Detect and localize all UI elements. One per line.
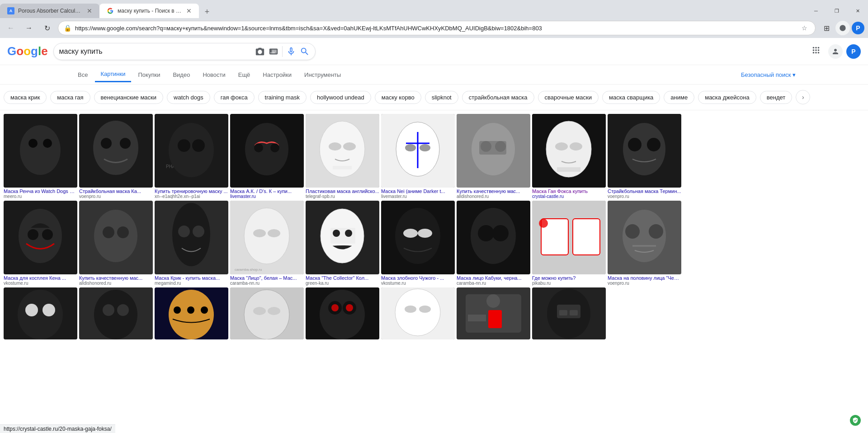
tab-favicon-porous: A bbox=[7, 7, 14, 14]
search-box[interactable] bbox=[53, 43, 316, 60]
image-item-2-6[interactable]: Маска злобного Чужого - ... vkostume.ru bbox=[381, 201, 455, 286]
tab-video[interactable]: Видео bbox=[167, 68, 195, 82]
image-item-3-8[interactable] bbox=[532, 287, 606, 339]
chip-2[interactable]: венецианские маски bbox=[94, 91, 163, 104]
image-item-3-7[interactable] bbox=[457, 287, 530, 339]
tab-settings[interactable]: Настройки bbox=[257, 68, 297, 82]
chip-7[interactable]: маску корво bbox=[375, 91, 421, 104]
tab-all[interactable]: Все bbox=[72, 68, 93, 82]
tab-more[interactable]: Ещё bbox=[233, 68, 256, 82]
maximize-button[interactable]: ❐ bbox=[826, 4, 847, 18]
image-item-2-8[interactable]: Где можно купить? pikabu.ru bbox=[532, 201, 606, 286]
image-item-2-9[interactable]: Маска на половину лица "Череп voenpro.ru bbox=[608, 201, 681, 286]
image-item-1-6[interactable]: Маска Nei (аниме Darker t... livemaster.… bbox=[381, 114, 455, 199]
tab-tools[interactable]: Инструменты bbox=[299, 68, 346, 82]
google-logo: G o o g l e bbox=[7, 44, 48, 58]
svg-point-97 bbox=[320, 290, 365, 339]
keyboard-icon[interactable] bbox=[269, 47, 278, 56]
chip-9[interactable]: страйкбольная маска bbox=[462, 91, 534, 104]
svg-point-40 bbox=[647, 138, 660, 151]
tab-images[interactable]: Картинки bbox=[95, 67, 131, 82]
image-item-1-9[interactable]: Страйкбольная маска Термин... voenpro.ru bbox=[608, 114, 681, 199]
chip-0[interactable]: маска крик bbox=[4, 91, 47, 104]
image-item-3-2[interactable] bbox=[79, 287, 153, 339]
chip-5[interactable]: training mask bbox=[258, 91, 307, 104]
image-item-3-4[interactable] bbox=[230, 287, 304, 339]
image-item-1-1[interactable]: Маска Ренча из Watch Dogs 2 ... meero.ru bbox=[4, 114, 77, 199]
address-right-icons: ☆ bbox=[799, 23, 810, 33]
close-button[interactable]: ✕ bbox=[847, 4, 868, 18]
chip-1[interactable]: маска гая bbox=[50, 91, 90, 104]
profile-avatar[interactable]: P bbox=[852, 22, 864, 34]
image-item-3-3[interactable] bbox=[155, 287, 228, 339]
image-item-3-5[interactable] bbox=[306, 287, 379, 339]
image-item-1-3[interactable]: PHANTOM 45 Купить тренировочную маску ..… bbox=[155, 114, 228, 199]
chips-arrow[interactable]: › bbox=[796, 90, 810, 104]
search-input[interactable] bbox=[59, 47, 251, 56]
image-item-2-1[interactable]: Маска для косплея Кена ... vkostume.ru bbox=[4, 201, 77, 286]
svg-rect-115 bbox=[559, 310, 567, 315]
mic-icon[interactable] bbox=[286, 47, 296, 56]
image-item-1-2[interactable]: Страйкбольная маска Ка... voenpro.ru bbox=[79, 114, 153, 199]
reload-button[interactable]: ↻ bbox=[40, 21, 54, 35]
image-source-2-4: caramba-nn.ru bbox=[230, 281, 304, 286]
chip-6[interactable]: hollywood undead bbox=[310, 91, 371, 104]
svg-point-70 bbox=[492, 225, 509, 241]
image-item-1-8[interactable]: Маска Гая Фокса купить crystal-castle.ru bbox=[532, 114, 606, 199]
image-source-2-7: caramba-nn.ru bbox=[457, 281, 530, 286]
forward-button[interactable]: → bbox=[22, 21, 36, 35]
svg-point-105 bbox=[405, 306, 416, 313]
image-item-1-4[interactable]: Маска А.К. / D's. К – купи... livemaster… bbox=[230, 114, 304, 199]
tab-google[interactable]: маску купить - Поиск в Google ✕ bbox=[99, 4, 199, 18]
image-item-2-4[interactable]: caramba-shop.ru Маска "Лицо", белая – Ма… bbox=[230, 201, 304, 286]
back-button[interactable]: ← bbox=[4, 21, 18, 35]
account-icon[interactable] bbox=[828, 44, 843, 59]
extensions-icon[interactable]: ⊞ bbox=[819, 21, 834, 35]
new-tab-button[interactable]: + bbox=[201, 5, 213, 18]
address-bar[interactable]: 🔒 https://www.google.com/search?q=маску+… bbox=[58, 21, 816, 35]
image-item-2-3[interactable]: Маска Крик - купить маска... megamind.ru bbox=[155, 201, 228, 286]
image-caption-1-4: Маска А.К. / D's. К – купи... bbox=[230, 188, 304, 194]
image-item-3-1[interactable] bbox=[4, 287, 77, 339]
chip-14[interactable]: вендет bbox=[760, 91, 793, 104]
image-item-2-7[interactable]: Маска лицо Кабуки, черна... caramba-nn.r… bbox=[457, 201, 530, 286]
image-item-1-5[interactable]: Пластиковая маска английско... telegraf-… bbox=[306, 114, 379, 199]
image-source-1-5: telegraf-spb.ru bbox=[306, 194, 379, 199]
chip-3[interactable]: watch dogs bbox=[167, 91, 210, 104]
tab-news[interactable]: Новости bbox=[197, 68, 231, 82]
image-item-2-5[interactable]: Маска "The Collector" Кол... green-ka.ru bbox=[306, 201, 379, 286]
apps-icon[interactable] bbox=[807, 42, 825, 61]
chip-11[interactable]: маска сварщика bbox=[602, 91, 660, 104]
svg-rect-74 bbox=[573, 219, 600, 255]
minimize-button[interactable]: ─ bbox=[806, 4, 826, 18]
tab-shopping[interactable]: Покупки bbox=[133, 68, 166, 82]
image-caption-2-3: Маска Крик - купить маска... bbox=[155, 275, 228, 281]
chip-10[interactable]: сварочные маски bbox=[538, 91, 599, 104]
tab-close-porous[interactable]: ✕ bbox=[87, 7, 92, 14]
image-source-1-3: xn--e1aqhh2e.xn--p1ai bbox=[155, 194, 228, 199]
svg-point-11 bbox=[169, 123, 214, 177]
image-caption-1-2: Страйкбольная маска Ка... bbox=[79, 188, 153, 194]
user-avatar[interactable]: P bbox=[846, 44, 861, 59]
safe-search[interactable]: Безопасный поиск ▾ bbox=[741, 71, 796, 78]
svg-point-52 bbox=[193, 226, 204, 237]
chip-12[interactable]: аниме bbox=[664, 91, 694, 104]
svg-point-73 bbox=[539, 219, 548, 228]
chip-13[interactable]: маска джейсона bbox=[698, 91, 756, 104]
tab-close-google[interactable]: ✕ bbox=[186, 7, 192, 14]
image-caption-1-3: Купить тренировочную маску ... bbox=[155, 188, 228, 194]
svg-point-88 bbox=[169, 290, 214, 339]
svg-point-55 bbox=[244, 208, 289, 264]
image-item-3-6[interactable]: poboom.ru bbox=[381, 287, 455, 339]
image-item-2-2[interactable]: Купить качественную мас... alldishonored… bbox=[79, 201, 153, 286]
search-button[interactable] bbox=[300, 47, 310, 56]
image-source-2-5: green-ka.ru bbox=[306, 281, 379, 286]
camera-search-icon[interactable] bbox=[255, 47, 265, 56]
logo-o2: o bbox=[24, 44, 31, 58]
chip-4[interactable]: гая фокса bbox=[214, 91, 255, 104]
tab-porous[interactable]: A Porous Absorber Calculator ✕ bbox=[0, 4, 99, 18]
chip-8[interactable]: slipknot bbox=[425, 91, 458, 104]
image-item-1-7[interactable]: Купить качественную мас... alldishonored… bbox=[457, 114, 530, 199]
bookmark-icon[interactable]: ☆ bbox=[799, 23, 810, 33]
notification-icon[interactable] bbox=[835, 21, 850, 35]
